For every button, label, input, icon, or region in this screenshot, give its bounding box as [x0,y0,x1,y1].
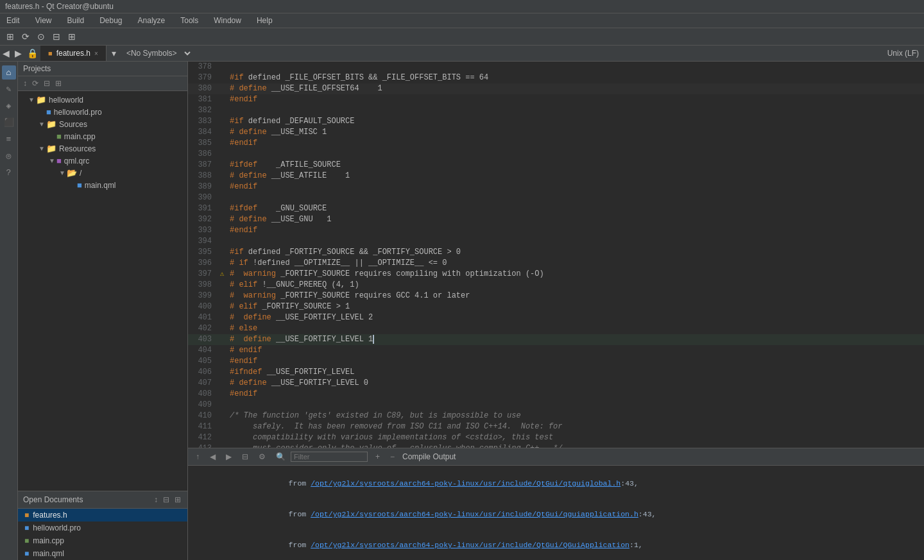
code-line-400: 400 # elif _FORTIFY_SOURCE > 1 [188,301,924,312]
tree-label-root: / [80,169,81,178]
folder-icon-root: 📂 [67,168,77,178]
toolbar-sync[interactable]: ⟳ [19,30,32,43]
menu-analyze[interactable]: Analyze [134,15,169,26]
tab-lock[interactable]: 🔒 [24,47,40,60]
line-num-396: 396 [188,258,217,269]
projects-toolbar-btn2[interactable]: ⟳ [31,78,40,89]
tree-arrow-resources: ▼ [38,145,46,152]
code-line-393: 393 #endif [188,225,924,236]
menu-view[interactable]: View [31,15,56,26]
sidebar-icon-projects[interactable]: ≡ [2,132,16,146]
open-doc-qml[interactable]: ■ main.qml [18,547,187,560]
line-num-403: 403 [188,334,217,345]
tab-features-h[interactable]: ■ features.h × [40,46,107,61]
file-icon-pro: ■ [46,107,51,117]
compile-btn-next[interactable]: ▶ [223,451,234,462]
code-line-404: 404 # endif [188,345,924,356]
menu-window[interactable]: Window [210,15,245,26]
project-panel: Projects ↕ ⟳ ⊟ ⊞ ▼ 📁 helloworld ▶ ■ hell… [18,62,188,560]
line-num-402: 402 [188,323,217,334]
tab-nav-prev[interactable]: ◀ [0,47,12,60]
open-doc-features-h[interactable]: ■ features.h [18,509,187,522]
line-content-411: safely. It has been removed from ISO C11… [227,421,924,432]
projects-toolbar-btn3[interactable]: ⊟ [42,78,51,89]
line-content-396: # if !defined __OPTIMIZE__ || __OPTIMIZE… [227,258,924,269]
compile-btn-1[interactable]: ↑ [193,451,202,462]
menu-debug[interactable]: Debug [96,15,126,26]
menu-build[interactable]: Build [63,15,88,26]
open-doc-pro[interactable]: ■ helloworld.pro [18,522,187,534]
line-num-389: 389 [188,182,217,192]
sidebar-icon-edit[interactable]: ✎ [2,82,16,96]
open-docs-btn1[interactable]: ↕ [153,494,159,505]
compile-link-qtguiglobal[interactable]: /opt/yg2lx/sysroots/aarch64-poky-linux/u… [311,479,620,488]
open-doc-cpp[interactable]: ■ main.cpp [18,534,187,547]
line-num-407: 407 [188,378,217,389]
line-num-413: 413 [188,443,217,448]
tab-close-btn[interactable]: × [94,50,98,57]
compile-content[interactable]: from /opt/yg2lx/sysroots/aarch64-poky-li… [188,466,924,560]
tree-item-helloworld[interactable]: ▼ 📁 helloworld [18,94,187,106]
compile-btn-settings[interactable]: ⚙ [256,451,268,462]
sidebar-icon-help[interactable]: ? [2,165,16,180]
line-num-404: 404 [188,345,217,356]
code-line-387: 387 #ifdef _ATFILE_SOURCE [188,160,924,171]
line-num-392: 392 [188,214,217,225]
tree-item-main-qml[interactable]: ▶ ■ main.qml [18,179,187,191]
open-doc-label-qml: main.qml [33,549,64,558]
tree-item-main-cpp[interactable]: ▶ ■ main.cpp [18,130,187,142]
compile-btn-minus[interactable]: − [388,451,397,462]
tree-item-root-folder[interactable]: ▼ 📂 / [18,167,187,179]
open-docs-btn2[interactable]: ⊟ [162,494,171,505]
line-content-400: # elif _FORTIFY_SOURCE > 1 [227,301,924,312]
tree-item-qrc[interactable]: ▼ ■ qml.qrc [18,155,187,167]
sidebar-icon-welcome[interactable]: ⌂ [2,65,16,80]
code-line-412: 412 compatibility with various implement… [188,432,924,443]
symbol-select[interactable]: <No Symbols> [119,46,193,61]
open-doc-icon-cpp: ■ [24,536,29,545]
sidebar-icon-analyze[interactable]: ◎ [2,149,16,163]
compile-link-qguiapplication-h[interactable]: /opt/yg2lx/sysroots/aarch64-poky-linux/u… [311,510,638,518]
code-container[interactable]: 378 379 #if defined _FILE_OFFSET_BITS &&… [188,62,924,448]
open-docs-btn3[interactable]: ⊞ [173,494,182,505]
code-line-402: 402 # else [188,323,924,334]
projects-toolbar-btn1[interactable]: ↕ [22,78,28,89]
code-line-389: 389 #endif [188,182,924,192]
line-content-407: # define __USE_FORTIFY_LEVEL 0 [227,378,924,389]
line-content-408: #endif [227,389,924,400]
projects-toolbar-btn4[interactable]: ⊞ [54,78,63,89]
line-content-391: #ifdef _GNU_SOURCE [227,203,924,214]
tree-label-helloworld: helloworld [49,96,83,105]
toolbar-split2[interactable]: ⊞ [65,30,78,43]
menu-help[interactable]: Help [253,15,277,26]
tab-nav-next[interactable]: ▶ [12,47,24,60]
tree-item-pro[interactable]: ▶ ■ helloworld.pro [18,106,187,118]
compile-filter-input[interactable] [291,452,368,462]
code-line-388: 388 # define __USE_ATFILE 1 [188,171,924,182]
line-content-383: #if defined _DEFAULT_SOURCE [227,116,924,127]
tree-item-sources[interactable]: ▼ 📁 Sources [18,118,187,130]
sidebar-icon-debug[interactable]: ⬛ [2,115,16,130]
compile-link-qguiapplication[interactable]: /opt/yg2lx/sysroots/aarch64-poky-linux/u… [311,541,629,549]
compile-btn-prev[interactable]: ◀ [207,451,218,462]
projects-label: Projects [23,64,51,73]
project-tree: ▼ 📁 helloworld ▶ ■ helloworld.pro ▼ 📁 So… [18,91,187,491]
line-num-391: 391 [188,203,217,214]
toolbar-nav[interactable]: ⊙ [35,30,47,43]
main-area: ⌂ ✎ ◈ ⬛ ≡ ◎ ? Projects ↕ ⟳ ⊟ ⊞ ▼ 📁 hello… [0,62,924,560]
compile-btn-plus[interactable]: + [373,451,382,462]
line-content-404: # endif [227,345,924,356]
menu-edit[interactable]: Edit [3,15,24,26]
tree-item-resources[interactable]: ▼ 📁 Resources [18,142,187,155]
code-line-410: 410 /* The function 'gets' existed in C8… [188,411,924,421]
code-line-384: 384 # define __USE_MISC 1 [188,127,924,138]
menu-tools[interactable]: Tools [176,15,202,26]
code-line-407: 407 # define __USE_FORTIFY_LEVEL 0 [188,378,924,389]
tab-dropdown[interactable]: ▾ [109,47,119,60]
toolbar-split[interactable]: ⊟ [50,30,63,43]
code-line-394: 394 [188,236,924,247]
warning-icon-397: ⚠ [220,269,225,280]
toolbar-projects[interactable]: ⊞ [4,30,17,43]
compile-btn-stop[interactable]: ⊟ [239,451,251,462]
sidebar-icon-design[interactable]: ◈ [2,99,16,113]
